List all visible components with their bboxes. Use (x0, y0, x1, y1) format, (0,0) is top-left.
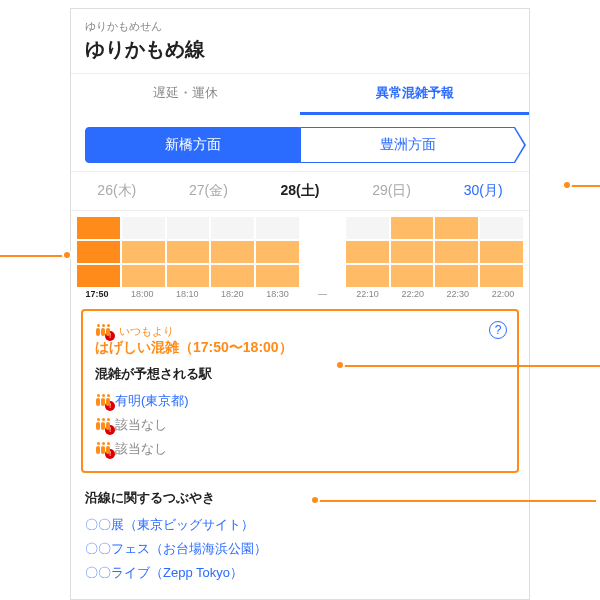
callout-line (340, 365, 600, 367)
station-row: !該当なし (95, 413, 505, 437)
help-icon[interactable]: ? (489, 321, 507, 339)
line-kana: ゆりかもめせん (85, 19, 515, 34)
direction-toyosu[interactable]: 豊洲方面 (300, 127, 515, 163)
direction-toggle: 新橋方面 豊洲方面 (71, 115, 529, 171)
congestion-card: ! いつもより はげしい混雑（17:50〜18:00） ? 混雑が予想される駅 … (81, 309, 519, 473)
callout-dot (62, 250, 72, 260)
tweet-link[interactable]: 〇〇展（東京ビッグサイト） (85, 513, 515, 537)
tweet-link[interactable]: 〇〇ライブ（Zepp Tokyo） (85, 561, 515, 585)
tweets-title: 沿線に関するつぶやき (85, 489, 515, 507)
callout-line (316, 500, 596, 502)
tweet-link[interactable]: 〇〇フェス（お台場海浜公園） (85, 537, 515, 561)
congestion-prefix: いつもより (119, 325, 174, 337)
callout-dot (335, 360, 345, 370)
tab-forecast[interactable]: 異常混雑予報 (300, 74, 529, 115)
crowd-icon: ! (95, 442, 111, 456)
crowd-icon: ! (95, 418, 111, 432)
app-screen: ゆりかもめせん ゆりかもめ線 遅延・運休 異常混雑予報 新橋方面 豊洲方面 26… (70, 8, 530, 600)
date-27[interactable]: 27(金) (163, 172, 255, 210)
date-28[interactable]: 28(土) (254, 172, 346, 210)
tab-delay[interactable]: 遅延・運休 (71, 74, 300, 115)
station-row: !該当なし (95, 437, 505, 461)
callout-line (0, 255, 68, 257)
direction-shimbashi[interactable]: 新橋方面 (85, 127, 300, 163)
header: ゆりかもめせん ゆりかもめ線 (71, 9, 529, 73)
date-picker: 26(木) 27(金) 28(土) 29(日) 30(月) (71, 171, 529, 211)
crowd-icon: ! (95, 394, 111, 408)
congestion-main: はげしい混雑（17:50〜18:00） (95, 339, 505, 357)
station-row[interactable]: !有明(東京都) (95, 389, 505, 413)
tab-bar: 遅延・運休 異常混雑予報 (71, 73, 529, 115)
date-26[interactable]: 26(木) (71, 172, 163, 210)
callout-dot (310, 495, 320, 505)
stations-title: 混雑が予想される駅 (95, 365, 505, 383)
date-29[interactable]: 29(日) (346, 172, 438, 210)
tweets-section: 沿線に関するつぶやき 〇〇展（東京ビッグサイト） 〇〇フェス（お台場海浜公園） … (71, 481, 529, 599)
crowd-alert-icon: ! (95, 324, 111, 338)
line-name: ゆりかもめ線 (85, 36, 515, 63)
congestion-grid: 17:5018:0018:1018:2018:30—22:1022:2022:3… (71, 211, 529, 301)
date-30[interactable]: 30(月) (437, 172, 529, 210)
time-axis: 17:5018:0018:1018:2018:30—22:1022:2022:3… (71, 287, 529, 301)
callout-dot (562, 180, 572, 190)
